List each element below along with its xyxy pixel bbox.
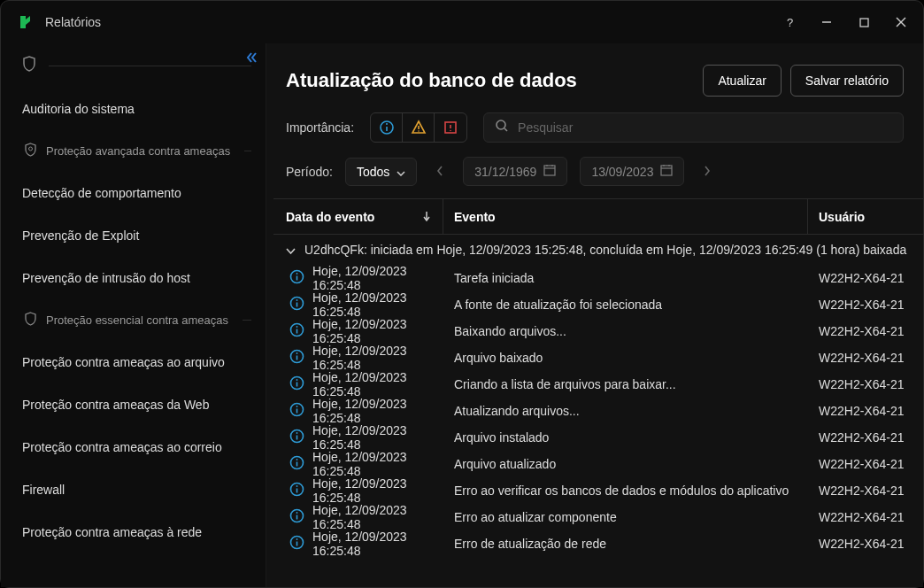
table-row[interactable]: Hoje, 12/09/2023 16:25:48Arquivo instala… <box>273 424 923 451</box>
cell-event: Arquivo atualizado <box>443 457 808 471</box>
save-report-button[interactable]: Salvar relatório <box>790 65 904 97</box>
cell-user: W22H2-X64-21 <box>808 404 923 418</box>
svg-point-47 <box>296 459 298 460</box>
info-icon <box>289 269 304 287</box>
svg-point-50 <box>296 485 298 487</box>
shield-icon <box>22 56 36 75</box>
minimize-button[interactable] <box>820 16 833 28</box>
cell-user: W22H2-X64-21 <box>808 351 923 365</box>
table-group-row[interactable]: U2dhcQFk: iniciada em Hoje, 12/09/2023 1… <box>273 235 923 265</box>
shield-advanced-icon <box>24 143 37 159</box>
cell-user: W22H2-X64-21 <box>808 537 923 551</box>
cell-user: W22H2-X64-21 <box>808 484 923 498</box>
table-row[interactable]: Hoje, 12/09/2023 16:25:48Arquivo atualiz… <box>273 451 923 477</box>
period-select[interactable]: Todos <box>345 158 417 186</box>
period-value: Todos <box>357 165 389 179</box>
importance-label: Importância: <box>286 120 354 135</box>
search-input[interactable] <box>518 120 892 135</box>
cell-event: Erro de atualização de rede <box>443 537 808 551</box>
date-to-field[interactable]: 13/09/2023 <box>580 157 684 186</box>
importance-warning-toggle[interactable] <box>403 113 435 142</box>
cell-event: Arquivo baixado <box>443 351 808 365</box>
svg-rect-20 <box>661 166 672 175</box>
titlebar: Relatórios ? <box>1 1 923 43</box>
table-row[interactable]: Hoje, 12/09/2023 16:25:48Erro ao atualiz… <box>273 504 923 530</box>
info-icon <box>289 508 304 526</box>
sidebar-item-behavior[interactable]: Detecção de comportamento <box>1 172 266 214</box>
cell-date: Hoje, 12/09/2023 16:25:48 <box>312 450 443 478</box>
window-title: Relatórios <box>45 15 101 29</box>
svg-point-5 <box>29 147 33 151</box>
table-row[interactable]: Hoje, 12/09/2023 16:25:48Arquivo baixado… <box>273 344 923 371</box>
svg-point-44 <box>296 432 298 434</box>
search-box[interactable] <box>483 112 904 143</box>
importance-critical-toggle[interactable] <box>435 113 466 142</box>
date-from-value: 31/12/1969 <box>474 165 536 179</box>
help-button[interactable]: ? <box>783 16 796 28</box>
column-header-event[interactable]: Evento <box>443 199 808 234</box>
svg-point-32 <box>296 326 298 328</box>
svg-point-10 <box>418 130 420 132</box>
info-icon <box>289 455 304 473</box>
cell-user: W22H2-X64-21 <box>808 510 923 524</box>
cell-user: W22H2-X64-21 <box>808 324 923 338</box>
column-header-user[interactable]: Usuário <box>808 199 923 234</box>
cell-date: Hoje, 12/09/2023 16:25:48 <box>312 397 443 425</box>
events-table: Data do evento Evento Usuário U2dhcQFk: … <box>273 198 923 587</box>
svg-point-26 <box>296 273 298 275</box>
svg-point-13 <box>450 130 451 132</box>
sidebar-item-mail-threat[interactable]: Proteção contra ameaças ao correio <box>1 426 266 468</box>
sidebar-header-row <box>1 43 266 88</box>
cell-date: Hoje, 12/09/2023 16:25:48 <box>312 290 443 319</box>
svg-line-15 <box>504 128 507 131</box>
chevron-down-icon <box>397 165 405 179</box>
cell-date: Hoje, 12/09/2023 16:25:48 <box>312 503 443 531</box>
calendar-icon <box>543 164 556 179</box>
sidebar-item-network-threat[interactable]: Proteção contra ameaças à rede <box>1 511 266 553</box>
table-row[interactable]: Hoje, 12/09/2023 16:25:48Baixando arquiv… <box>273 318 923 344</box>
sidebar-item-file-threat[interactable]: Proteção contra ameaças ao arquivo <box>1 341 266 383</box>
info-icon <box>289 375 304 393</box>
info-icon <box>289 402 304 420</box>
sidebar-item-host-intrusion[interactable]: Prevenção de intrusão do host <box>1 257 266 299</box>
cell-date: Hoje, 12/09/2023 16:25:48 <box>312 370 443 398</box>
info-icon <box>289 429 304 446</box>
period-next-button[interactable] <box>697 160 718 183</box>
sidebar-item-audit[interactable]: Auditoria do sistema <box>1 88 266 130</box>
table-row[interactable]: Hoje, 12/09/2023 16:25:48Erro ao verific… <box>273 477 923 504</box>
chevron-down-icon <box>286 243 296 257</box>
table-row[interactable]: Hoje, 12/09/2023 16:25:48A fonte de atua… <box>273 291 923 318</box>
importance-info-toggle[interactable] <box>371 113 403 142</box>
svg-text:?: ? <box>787 16 793 28</box>
cell-user: W22H2-X64-21 <box>808 298 923 312</box>
sidebar-item-exploit[interactable]: Prevenção de Exploit <box>1 214 266 257</box>
cell-event: Baixando arquivos... <box>443 324 808 338</box>
sidebar-group-advanced: Proteção avançada contra ameaças <box>1 130 266 172</box>
search-icon <box>495 119 509 136</box>
svg-point-41 <box>296 406 298 407</box>
svg-point-14 <box>497 120 505 129</box>
cell-user: W22H2-X64-21 <box>808 430 923 445</box>
table-row[interactable]: Hoje, 12/09/2023 16:25:48Criando a lista… <box>273 371 923 398</box>
sidebar-item-firewall[interactable]: Firewall <box>1 468 266 511</box>
date-from-field[interactable]: 31/12/1969 <box>463 157 567 186</box>
cell-event: Erro ao verificar os bancos de dados e m… <box>443 484 808 498</box>
cell-event: A fonte de atualização foi selecionada <box>443 298 808 312</box>
collapse-sidebar-button[interactable] <box>244 50 258 68</box>
maximize-button[interactable] <box>858 16 870 28</box>
page-title: Atualização do banco de dados <box>286 69 577 92</box>
column-header-date[interactable]: Data do evento <box>273 199 443 234</box>
period-prev-button[interactable] <box>429 160 450 183</box>
table-row[interactable]: Hoje, 12/09/2023 16:25:48Erro de atualiz… <box>273 530 923 557</box>
sidebar: Auditoria do sistema Proteção avançada c… <box>1 43 266 587</box>
update-button[interactable]: Atualizar <box>703 65 781 97</box>
sidebar-item-web-threat[interactable]: Proteção contra ameaças da Web <box>1 383 266 426</box>
close-button[interactable] <box>895 16 907 28</box>
table-row[interactable]: Hoje, 12/09/2023 16:25:48Tarefa iniciada… <box>273 265 923 291</box>
info-icon <box>289 296 304 313</box>
cell-date: Hoje, 12/09/2023 16:25:48 <box>312 317 443 345</box>
info-icon <box>289 482 304 499</box>
sort-desc-icon <box>422 210 431 224</box>
cell-date: Hoje, 12/09/2023 16:25:48 <box>312 530 443 558</box>
table-row[interactable]: Hoje, 12/09/2023 16:25:48Atualizando arq… <box>273 398 923 424</box>
